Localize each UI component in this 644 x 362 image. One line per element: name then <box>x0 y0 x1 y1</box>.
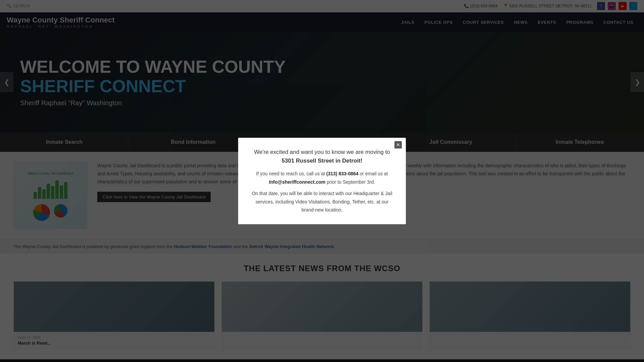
announcement-modal: ✕ We're excited and want you to know we … <box>238 138 406 224</box>
modal-overlay: ✕ We're excited and want you to know we … <box>0 0 644 359</box>
modal-title: We're excited and want you to know we ar… <box>250 148 394 165</box>
modal-body: If you need to reach us, call us at (313… <box>250 170 394 214</box>
modal-close-button[interactable]: ✕ <box>394 141 402 148</box>
